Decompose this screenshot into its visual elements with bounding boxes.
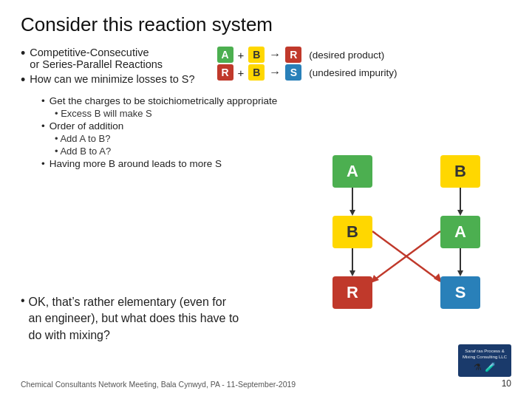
- sub-bullet-3-text: Having more B around leads to more S: [50, 158, 222, 169]
- flask-icon: ⚗: [474, 362, 482, 372]
- company-logo: Saraf ras Process & Mixing Consulting LL…: [458, 344, 511, 377]
- reaction-1-row: A + B → R (desired product): [217, 47, 398, 63]
- bullet-1: • Competitive-Consecutive or Series-Para…: [21, 47, 195, 70]
- sub-dot-3: •: [41, 158, 45, 169]
- sub-dot-2: •: [41, 120, 45, 132]
- subsub-bullet-3-text: Add B to A?: [60, 146, 111, 157]
- reactions-block: A + B → R (desired product) R + B → S (u…: [217, 47, 398, 82]
- undesired-label: (undesired impurity): [309, 67, 397, 78]
- sub-bullet-1-text: Get the charges to be stoichiometrically…: [50, 95, 277, 106]
- page-number: 10: [502, 378, 511, 389]
- diagram-left-col: A B R: [332, 155, 372, 309]
- box-a-1: A: [217, 47, 233, 63]
- bullet-1-line2: or Series-Parallel Reactions: [30, 58, 163, 70]
- top-section: • Competitive-Consecutive or Series-Para…: [21, 47, 511, 91]
- page-title: Consider this reaction system: [21, 13, 511, 36]
- sub-bullet-2: • Order of addition: [41, 120, 511, 132]
- subsub-bullet-2: • Add A to B?: [55, 133, 511, 144]
- arrow-2: →: [269, 66, 281, 79]
- plus-2: +: [238, 66, 245, 79]
- svg-line-10: [373, 231, 440, 281]
- subsub-bullet-1: • Excess B will make S: [55, 108, 511, 119]
- desired-label: (desired product): [309, 50, 384, 61]
- box-r-2: R: [217, 64, 233, 81]
- box-s-1: S: [285, 64, 301, 81]
- ok-bullet-text: OK, that’s rather elementary (even for a…: [29, 294, 242, 344]
- subsub-dot-1: •: [55, 108, 61, 119]
- diag-box-a: A: [332, 155, 372, 188]
- ok-bullet-dot: •: [21, 294, 25, 307]
- diag-box-s: S: [440, 276, 480, 309]
- ok-block: • OK, that’s rather elementary (even for…: [21, 294, 242, 344]
- bullet-1-text: Competitive-Consecutive or Series-Parall…: [30, 47, 163, 70]
- bullets-left: • Competitive-Consecutive or Series-Para…: [21, 47, 195, 91]
- footer: Chemical Consultants Network Meeting, Ba…: [21, 378, 511, 389]
- reaction-2-row: R + B → S (undesired impurity): [217, 64, 398, 81]
- diag-box-b-left: B: [332, 216, 372, 248]
- box-b-1: B: [248, 47, 265, 63]
- logo-icons: ⚗ 🧪: [474, 362, 496, 372]
- plus-1: +: [238, 49, 245, 61]
- sub-bullet-2-text: Order of addition: [50, 120, 124, 132]
- bullet-dot-1: •: [21, 47, 25, 61]
- logo-text-1: Saraf ras Process &: [465, 349, 504, 355]
- bullet-1-line1: Competitive-Consecutive: [30, 47, 163, 58]
- logo-text-2: Mixing Consulting LLC: [463, 355, 507, 361]
- sub-dot-1: •: [41, 95, 45, 106]
- diagram-wrapper: A B R B A S: [318, 155, 495, 325]
- bullet-2: • How can we minimize losses to S?: [21, 73, 195, 88]
- diag-box-r: R: [332, 276, 372, 309]
- beaker-icon: 🧪: [485, 362, 496, 372]
- box-r-1: R: [285, 47, 301, 63]
- diag-box-a-right: A: [440, 216, 480, 248]
- svg-line-8: [372, 231, 440, 281]
- diagram-right-col: B A S: [440, 155, 480, 309]
- conference-text: Chemical Consultants Network Meeting, Ba…: [21, 380, 296, 389]
- diag-box-b-right: B: [440, 155, 480, 188]
- subsub-bullet-1-text: Excess B will make S: [61, 108, 152, 119]
- box-b-2: B: [248, 64, 265, 81]
- sub-bullet-1: • Get the charges to be stoichiometrical…: [41, 95, 511, 106]
- subsub-bullet-2-text: Add A to B?: [60, 133, 110, 144]
- bullet-dot-2: •: [21, 73, 25, 88]
- bullet-2-text: How can we minimize losses to S?: [30, 73, 194, 85]
- arrow-1: →: [269, 48, 281, 61]
